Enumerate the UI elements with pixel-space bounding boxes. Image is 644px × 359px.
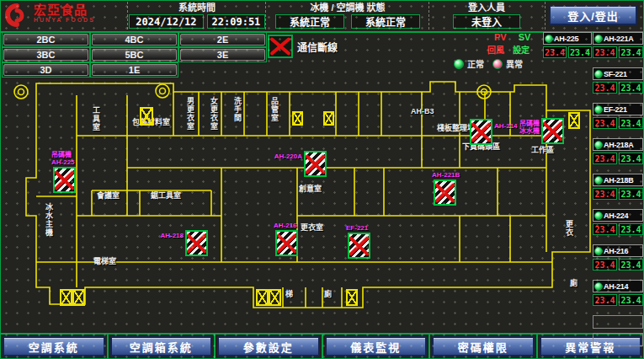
status-led-icon	[594, 247, 603, 255]
floor-button-2BC[interactable]: 2BC	[3, 34, 88, 46]
equipment-label: AH-216	[274, 222, 297, 229]
unit-block: AH-22423.423.4	[593, 209, 643, 235]
unit-values: 23.423.4	[593, 294, 643, 306]
equipment-marker[interactable]: AH-220A	[304, 151, 327, 177]
room-label: 品管室	[270, 97, 279, 122]
login-logout-button[interactable]: 登入/登出	[549, 5, 637, 25]
unit-values: 23.423.4	[593, 188, 643, 200]
unit-button-AH-214[interactable]: AH-214	[593, 280, 643, 292]
unit-button-EF-221[interactable]: EF-221	[593, 103, 643, 115]
floor-button-4BC[interactable]: 4BC	[92, 34, 177, 46]
unit-name: AH-224	[604, 212, 628, 220]
unit-block: EF-22123.423.4	[593, 103, 643, 129]
equipment-marker[interactable]: 吊碼機冰水機	[541, 118, 564, 144]
pv-value: 23.4	[593, 117, 617, 129]
pv-value: 23.4	[593, 188, 617, 200]
unit-button-AH-216[interactable]: AH-216	[593, 244, 643, 257]
status-led-icon	[594, 212, 603, 220]
legend-pv-name: 回風	[487, 43, 504, 54]
comm-lost-unit-icon	[275, 230, 298, 256]
floor-button-3D[interactable]: 3D	[3, 64, 88, 76]
stair-x-icon	[256, 289, 269, 306]
comm-lost-unit-icon	[470, 119, 492, 145]
status-led-icon	[594, 141, 603, 149]
unit-name: AH-225	[554, 35, 578, 43]
room-label: 廁	[570, 279, 577, 287]
machine-status-label: 冰機 / 空調機 狀態	[267, 2, 428, 14]
equipment-marker[interactable]: AH-214	[470, 119, 492, 145]
room-label: 工具室	[92, 106, 100, 131]
unit-button-AH-218A[interactable]: AH-218A	[593, 138, 643, 151]
nav-button-空調箱系統[interactable]: 空調箱系統	[110, 336, 213, 356]
comm-lost-unit-icon	[541, 118, 564, 144]
unit-name: SF-221	[604, 70, 627, 78]
equipment-marker[interactable]: AH-221B	[434, 180, 456, 206]
equipment-marker[interactable]: AH-216	[275, 230, 298, 256]
floor-button-cell: 2BC	[2, 32, 90, 47]
unit-button-SF-221[interactable]: SF-221	[593, 67, 643, 80]
status-led-icon	[594, 282, 603, 291]
unit-button-AH-221A[interactable]: AH-221A	[593, 32, 643, 45]
unit-block: AH-22523.423.4	[543, 32, 592, 58]
comm-lost-unit-icon	[348, 233, 370, 259]
unit-values: 23.423.4	[593, 259, 643, 271]
floor-button-3E[interactable]: 3E	[180, 49, 265, 61]
equipment-marker[interactable]: EF-221	[348, 233, 370, 259]
unit-block: AH-21623.423.4	[593, 244, 643, 271]
header-divider	[428, 2, 429, 29]
nav-cell: 空調系統	[1, 335, 107, 358]
nav-button-空調系統[interactable]: 空調系統	[3, 336, 105, 356]
nav-button-儀表監視[interactable]: 儀表監視	[325, 336, 428, 356]
room-label: AH-B3	[411, 107, 434, 115]
floor-button-2E[interactable]: 2E	[180, 34, 265, 46]
sv-value: 23.4	[619, 82, 643, 94]
header-divider	[545, 2, 546, 29]
system-time-section: 系統時間 2024/12/12 22:09:51	[129, 2, 265, 30]
room-label: 更衣室	[301, 223, 323, 232]
comm-alarm-label: 通信斷線	[297, 40, 338, 54]
legend-sv-name: 設定	[513, 43, 530, 54]
floor-button-cell: 5BC	[90, 47, 178, 62]
legend-pv: PV	[494, 32, 507, 43]
hunya-logo-icon	[4, 3, 29, 28]
comm-lost-unit-icon	[304, 151, 327, 177]
sv-value: 23.4	[619, 294, 643, 306]
unit-button-AH-218B[interactable]: AH-218B	[593, 174, 643, 186]
login-user-value: 未登入	[453, 14, 520, 29]
unit-name: AH-218B	[604, 176, 633, 185]
floor-button-5BC[interactable]: 5BC	[92, 49, 177, 61]
room-label: 冰水主機	[45, 203, 53, 237]
unit-values: 23.423.4	[593, 117, 643, 129]
sv-value: 23.4	[568, 46, 592, 58]
floor-button-1E[interactable]: 1E	[92, 64, 177, 76]
unit-column-a: AH-22523.423.4	[543, 32, 592, 67]
equipment-marker[interactable]: AH-218	[185, 230, 208, 256]
unit-button-AH-225[interactable]: AH-225	[543, 32, 592, 45]
sv-value: 23.4	[619, 117, 643, 129]
legend-abnormal: 異常	[506, 57, 523, 70]
floor-button-cell: 4BC	[90, 32, 178, 47]
equipment-label: 吊碼機冰水機	[519, 120, 540, 135]
abnormal-led-icon	[492, 59, 503, 69]
nav-button-參數設定[interactable]: 參數設定	[217, 336, 320, 356]
system-date-value: 2024/12/12	[129, 14, 204, 29]
nav-cell: 儀表監視	[322, 335, 429, 358]
unit-block: AH-221A23.423.4	[593, 32, 643, 58]
unit-button-AH-224[interactable]: AH-224	[593, 209, 643, 222]
chiller-status-value: 系統正常	[275, 14, 344, 29]
equipment-label: AH-214	[494, 122, 518, 130]
unit-values: 23.423.4	[593, 223, 643, 235]
floor-button-3BC[interactable]: 3BC	[3, 49, 88, 61]
unit-values: 23.423.4	[543, 46, 592, 58]
system-time-label: 系統時間	[129, 2, 265, 14]
comm-lost-unit-icon	[53, 167, 76, 193]
stair-x-icon	[269, 289, 281, 306]
room-label: 女更衣室	[210, 97, 218, 131]
pv-value: 23.4	[543, 46, 567, 58]
nav-cell: 密碼權限	[428, 335, 536, 358]
equipment-marker[interactable]: 吊碼機AH-225	[53, 167, 76, 193]
unit-block: AH-218A23.423.4	[593, 138, 643, 164]
nav-button-密碼權限[interactable]: 密碼權限	[432, 336, 535, 356]
unit-name: AH-214	[604, 282, 628, 291]
room-label: 梯	[285, 290, 293, 298]
